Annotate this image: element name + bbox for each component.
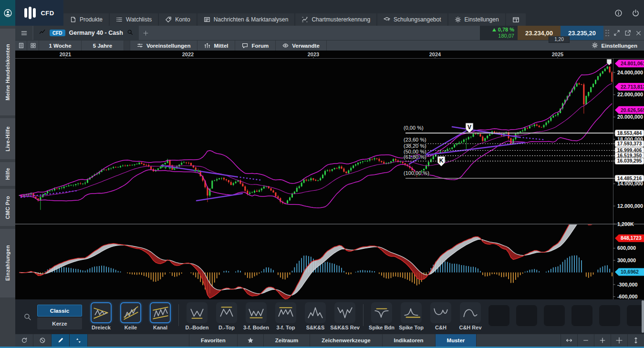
svg-text:1,200K: 1,200K — [617, 221, 634, 227]
search-icon[interactable] — [23, 313, 31, 321]
gear-icon — [455, 16, 461, 23]
svg-text:16.039,295: 16.039,295 — [617, 158, 642, 164]
svg-text:24.000,000: 24.000,000 — [617, 70, 643, 75]
nav-tab-nachrichten-marktanalysen[interactable]: Nachrichten & Marktanalysen — [197, 13, 295, 26]
chart-layout-icon[interactable] — [15, 41, 27, 51]
nav-tab-watchlists[interactable]: Watchlists — [110, 13, 158, 26]
pattern-button-dboden[interactable]: D.-Boden — [186, 302, 208, 330]
pattern-button-spiketop[interactable]: Spike Top — [400, 302, 423, 330]
tool-button-verwandte[interactable]: Verwandte — [276, 41, 327, 51]
disable-drawings-button[interactable] — [33, 334, 52, 347]
sidebar-item-meine-handelskonten[interactable]: Meine Handelskonten — [0, 29, 15, 115]
tool-button-voreinstellungen[interactable]: Voreinstellungen — [130, 41, 197, 51]
svg-text:V: V — [467, 124, 471, 131]
instrument-tab[interactable]: CFD Germany 40 - Cash — [33, 26, 139, 40]
pattern-button-sks[interactable]: S&K&S — [304, 302, 327, 330]
reset-view-button[interactable] — [611, 334, 627, 347]
svg-text:-300,000: -300,000 — [617, 282, 638, 287]
pattern-icon-f3top — [277, 304, 295, 322]
style-button-kerze[interactable]: Kerze — [37, 317, 82, 329]
pattern-label: Dreieck — [92, 325, 111, 330]
sidebar-item-einzahlungen[interactable]: Einzahlungen — [0, 229, 15, 297]
sidebar-item-live-hilfe[interactable]: Live-Hilfe — [0, 118, 15, 159]
pattern-button-f3top[interactable]: 3-f. Top — [274, 302, 297, 330]
tool-button-forum[interactable]: Forum — [235, 41, 276, 51]
pattern-button-dreieck[interactable]: Dreieck — [90, 302, 113, 330]
period-label: 5 Jahre — [93, 43, 112, 49]
search-icon[interactable] — [127, 29, 133, 37]
svg-text:2024: 2024 — [429, 51, 441, 57]
sidebar-item-cmc-pro[interactable]: CMC Pro — [0, 189, 15, 226]
brand-label: CFD — [41, 10, 54, 17]
period-button-5-jahre[interactable]: 5 Jahre — [82, 41, 124, 51]
favorites-star-button[interactable] — [238, 334, 264, 347]
draw-mode-button[interactable] — [52, 334, 70, 347]
bottom-tab-muster[interactable]: Muster — [436, 334, 477, 347]
pattern-button-chrev[interactable]: C&H Rev — [459, 302, 482, 330]
expand-button[interactable] — [611, 26, 622, 40]
tool-buttons: VoreinstellungenMittelForumVerwandte — [130, 41, 327, 51]
gear-icon — [592, 42, 598, 50]
pattern-button-dtop[interactable]: D.-Top — [215, 302, 238, 330]
zoom-out-button[interactable] — [577, 334, 594, 347]
chart-canvas[interactable]: 20212022202320242025(0,00 %)(23,60 %)(38… — [15, 51, 644, 299]
eye-icon — [282, 42, 289, 49]
order-mode-button[interactable] — [70, 334, 88, 347]
account-button[interactable] — [0, 0, 15, 26]
popout-button[interactable] — [622, 26, 633, 40]
search-icon[interactable] — [127, 29, 133, 35]
nav-tab-einstellungen[interactable]: Einstellungen — [448, 13, 505, 26]
expand-horizontal-button[interactable] — [561, 334, 577, 347]
nav-tab-schulungsangebot[interactable]: Schulungsangebot — [377, 13, 447, 26]
add-tab-button[interactable] — [139, 26, 153, 40]
grid-layout-icon[interactable] — [27, 41, 39, 51]
change-box: 0,78 % 180,07 — [480, 26, 518, 40]
pattern-button-spikebdn[interactable]: Spike Bdn — [370, 302, 393, 330]
bottom-tab-favoriten[interactable]: Favoriten — [189, 334, 238, 347]
pattern-button-kanal[interactable]: Kanal — [149, 302, 172, 330]
nav-tab-konto[interactable]: Konto — [159, 13, 196, 26]
info-button[interactable] — [610, 0, 627, 26]
empty-pattern-slot — [599, 305, 620, 326]
nav-tab-chartmustererkennung[interactable]: Chartmustererkennung — [295, 13, 376, 26]
pattern-button-f3boden[interactable]: 3-f. Boden — [245, 302, 268, 330]
svg-text:22.713,813: 22.713,813 — [621, 84, 644, 90]
chart-settings-button[interactable]: Einstellungen — [585, 41, 644, 51]
style-button-classic[interactable]: Classic — [37, 305, 82, 317]
patterns-scrollbar[interactable] — [642, 300, 644, 333]
logout-button[interactable] — [627, 0, 644, 26]
svg-text:(100,00 %): (100,00 %) — [404, 170, 429, 176]
close-button[interactable] — [633, 26, 644, 40]
pattern-icon-spikebdn — [373, 304, 391, 322]
sidebar-item-hilfe[interactable]: Hilfe — [0, 162, 15, 186]
instrument-bar: CFD Germany 40 - Cash 0,78 % 180,07 23.2… — [15, 26, 644, 40]
tool-button-mittel[interactable]: Mittel — [197, 41, 235, 51]
pattern-button-keile[interactable]: Keile — [119, 302, 142, 330]
nav-tab-label: Schulungsangebot — [394, 16, 441, 23]
pattern-icon-f3boden — [247, 304, 265, 322]
sidebar-item-label: Einzahlungen — [5, 245, 10, 281]
nav-tab-label: Konto — [175, 16, 190, 23]
sidebar-item-label: CMC Pro — [5, 196, 10, 219]
pattern-button-ch[interactable]: C&H — [429, 302, 452, 330]
drag-handle[interactable] — [604, 29, 610, 37]
expand-vertical-button[interactable] — [627, 334, 644, 347]
pattern-icon — [301, 16, 308, 23]
pattern-button-sksrev[interactable]: S&K&S Rev — [333, 302, 356, 330]
svg-text:-600,000: -600,000 — [617, 294, 638, 299]
zoom-in-button[interactable] — [594, 334, 611, 347]
bottom-tab-zeichenwerkzeuge[interactable]: Zeichenwerkzeuge — [310, 334, 382, 347]
up-arrow-icon — [492, 28, 496, 31]
refresh-button[interactable] — [15, 334, 33, 347]
cmc-logo[interactable]: CFD — [15, 0, 63, 26]
book-icon — [70, 16, 76, 23]
chart-menu-button[interactable] — [15, 26, 32, 40]
period-button-1-woche[interactable]: 1 Woche — [39, 41, 82, 51]
bottom-tab-zeitraum[interactable]: Zeitraum — [264, 334, 311, 347]
pattern-search-button[interactable] — [20, 299, 34, 334]
layout-window-button[interactable] — [506, 13, 526, 26]
style-buttons: ClassicKerze — [37, 305, 82, 329]
bottom-tab-indikatoren[interactable]: Indikatoren — [383, 334, 436, 347]
pattern-label: Keile — [125, 325, 137, 330]
nav-tab-produkte[interactable]: Produkte — [63, 13, 109, 26]
